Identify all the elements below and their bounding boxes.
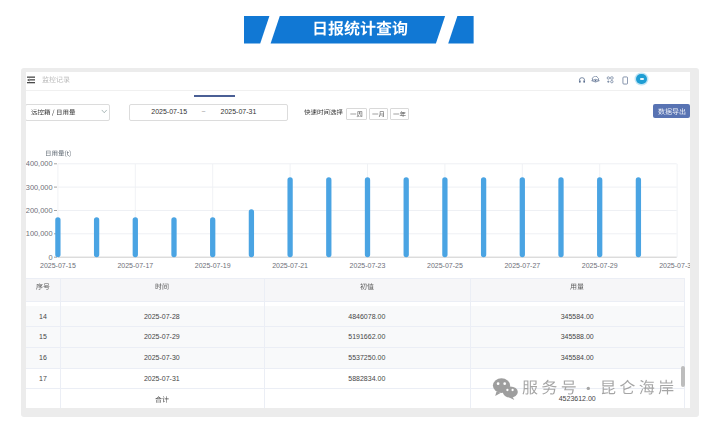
svg-text:2025-07-29: 2025-07-29	[582, 261, 618, 268]
svg-text:2025-07-15: 2025-07-15	[40, 261, 76, 268]
svg-text:2025-07-17: 2025-07-17	[117, 261, 153, 268]
svg-text:2025-07-27: 2025-07-27	[504, 261, 540, 268]
svg-text:2025-07-19: 2025-07-19	[195, 261, 231, 268]
svg-text:100,000: 100,000	[26, 229, 53, 238]
svg-text:2025-07-25: 2025-07-25	[427, 261, 463, 268]
svg-text:2025-07-21: 2025-07-21	[272, 261, 308, 268]
svg-text:2025-07-23: 2025-07-23	[350, 261, 386, 268]
svg-text:2025-07-31: 2025-07-31	[659, 261, 690, 268]
svg-text:200,000: 200,000	[26, 206, 53, 215]
svg-text:0: 0	[48, 252, 52, 261]
svg-text:400,000: 400,000	[26, 159, 53, 168]
svg-text:300,000: 300,000	[26, 182, 53, 191]
